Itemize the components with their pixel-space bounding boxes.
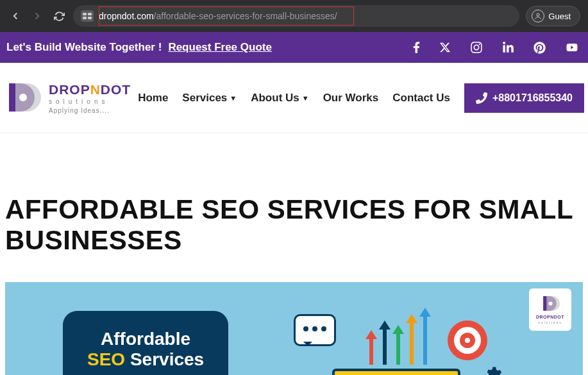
instagram-icon[interactable] [470,41,483,54]
reload-button[interactable] [51,8,67,24]
chat-bubble-icon [294,314,336,346]
promo-card: Affordable SEO Services [63,311,228,375]
laptop-graphic: AFFORDABLE [332,369,460,375]
hero-graphics: AFFORDABLE [274,308,544,375]
logo-title: DROPNDOT [49,82,131,97]
request-quote-link[interactable]: Request Free Quote [168,41,272,54]
chevron-down-icon: ▼ [230,94,237,102]
phone-number: +8801716855340 [492,92,573,104]
announcement-text: Let's Build Website Together ! Request F… [6,41,272,54]
youtube-icon[interactable] [565,42,579,53]
forward-button[interactable] [29,8,45,24]
social-icons [413,41,579,54]
page-title: AFFORDABLE SEO SERVICES FOR SMALL BUSINE… [5,194,583,256]
chevron-down-icon: ▼ [302,94,309,102]
browser-toolbar: dropndot.com/affordable-seo-services-for… [0,0,588,32]
nav-works[interactable]: Our Works [323,92,379,104]
linkedin-icon[interactable] [502,42,514,54]
logo-subtitle: solutions [49,98,131,105]
logo-text: DROPNDOT solutions Applying Ideas.... [49,82,131,114]
hero-banner: DROPNDOT solutions Affordable SEO Servic… [5,282,583,375]
site-settings-icon[interactable] [81,10,94,22]
back-button[interactable] [8,8,23,24]
x-twitter-icon[interactable] [439,42,451,53]
phone-button[interactable]: +8801716855340 [464,83,584,113]
promo-line1: Affordable [87,329,204,349]
svg-rect-3 [88,17,92,19]
nav-home[interactable]: Home [138,92,168,104]
url-path: /affordable-seo-services-for-small-busin… [154,11,337,21]
guest-profile-button[interactable]: Guest [526,6,580,26]
logo-tagline: Applying Ideas.... [49,107,131,114]
url-domain: dropndot.com [99,11,154,21]
nav-links: Home Services ▼ About Us ▼ Our Works Con… [138,83,584,113]
address-bar[interactable]: dropndot.com/affordable-seo-services-for… [73,5,519,27]
promo-line2: SEO Services [87,349,204,370]
tagline-text: Let's Build Website Together ! [6,41,162,54]
target-icon [448,321,487,360]
phone-icon [476,92,487,104]
main-navigation: DROPNDOT solutions Applying Ideas.... Ho… [0,63,588,133]
nav-contact[interactable]: Contact Us [392,92,450,104]
guest-label: Guest [548,12,571,21]
facebook-icon[interactable] [413,41,420,54]
announcement-bar: Let's Build Website Together ! Request F… [0,32,588,63]
nav-services[interactable]: Services ▼ [182,92,237,104]
svg-rect-2 [83,17,87,19]
gear-icon [483,365,502,375]
pinterest-icon[interactable] [533,42,546,54]
svg-point-5 [19,94,27,101]
url-text: dropndot.com/affordable-seo-services-for… [99,11,337,21]
nav-about[interactable]: About Us ▼ [251,92,308,104]
svg-rect-0 [83,13,87,15]
svg-point-4 [537,13,539,16]
logo-mark [4,79,41,117]
arrows-up-icon [365,308,431,365]
svg-rect-1 [88,13,92,15]
logo[interactable]: DROPNDOT solutions Applying Ideas.... [4,79,131,117]
guest-avatar-icon [532,10,544,22]
svg-point-6 [548,301,552,305]
